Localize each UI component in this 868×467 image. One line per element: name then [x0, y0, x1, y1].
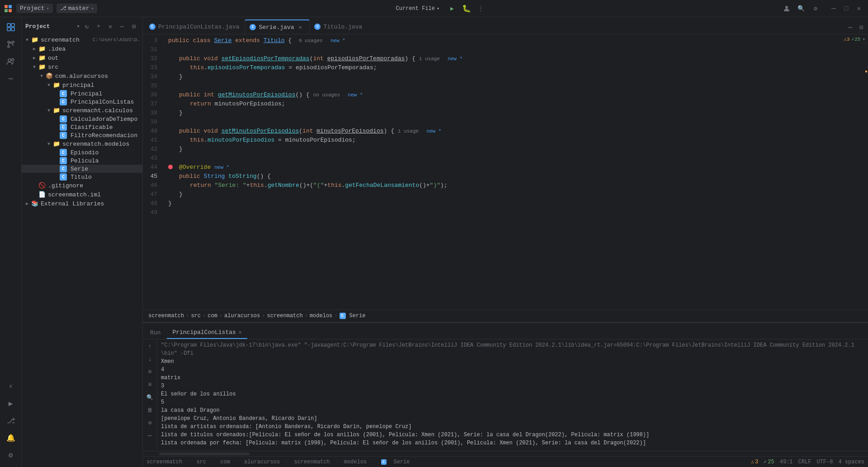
tree-item-FiltroRecomendacion[interactable]: ▶ C FiltroRecomendacion	[22, 131, 142, 139]
tree-item-Serie[interactable]: ▶ C Serie	[22, 165, 142, 173]
tree-item-Episodio[interactable]: ▶ C Episodio	[22, 148, 142, 157]
run-button[interactable]: ▶	[447, 3, 458, 14]
settings-button[interactable]: ⚙	[810, 3, 821, 14]
panel-scroll-up-btn[interactable]: ↑	[145, 341, 156, 352]
panel-hscrollbar[interactable]	[143, 451, 868, 456]
status-serie: Serie	[394, 459, 410, 465]
breadcrumb-screenmatch[interactable]: screenmatch	[148, 313, 184, 319]
panel-delete-btn[interactable]: 🗑	[145, 405, 156, 415]
maximize-button[interactable]: □	[841, 3, 852, 14]
profile-icon[interactable]	[781, 3, 792, 14]
status-position[interactable]: 49:1	[780, 459, 793, 465]
app-icon[interactable]	[4, 4, 13, 13]
sidebar-close-btn[interactable]: ✕	[105, 21, 115, 31]
tree-arrow: ▶	[31, 54, 38, 62]
tree-item-src[interactable]: ▼ 📁 src	[22, 62, 142, 71]
tree-item-idea[interactable]: ▶ 📁 .idea	[22, 44, 142, 53]
tree-item-iml[interactable]: ▶ 📄 screenmatch.iml	[22, 190, 142, 199]
panel-scrollbar[interactable]	[863, 339, 868, 451]
tab-action-expand[interactable]: ⊡	[856, 22, 866, 32]
activity-lightning-icon[interactable]: ⚡	[3, 378, 19, 395]
panel-sort-btn[interactable]: ≡	[145, 379, 156, 390]
svg-rect-1	[9, 5, 12, 8]
code-line-45: public String toString() {	[168, 172, 857, 181]
tree-item-principal[interactable]: ▼ 📁 principal	[22, 81, 142, 90]
tree-item-com-aluracursos[interactable]: ▼ 📦 com.aluracursos	[22, 71, 142, 81]
code-area[interactable]: public class Serie extends Titulo { 9 us…	[165, 34, 861, 310]
search-button[interactable]: 🔍	[796, 3, 807, 14]
sidebar-collapse-btn[interactable]: ⊟	[129, 21, 139, 31]
debug-button[interactable]: 🐛	[461, 3, 472, 14]
sidebar-more-btn[interactable]: ⋯	[117, 21, 127, 31]
status-check-badge[interactable]: ✓ 25	[764, 458, 774, 465]
sidebar-title-dropdown[interactable]: ▾	[76, 23, 80, 30]
breadcrumb-screenmatch2[interactable]: screenmatch	[267, 313, 302, 319]
close-button[interactable]: ✕	[854, 3, 864, 14]
activity-users-icon[interactable]	[3, 53, 19, 70]
code-line-3: public class Serie extends Titulo { 9 us…	[168, 36, 857, 45]
branch-group[interactable]: ⎇ master ▾	[57, 4, 98, 13]
tree-item-calculos[interactable]: ▼ 📁 screenmacht.calculos	[22, 106, 142, 115]
panel-settings-btn[interactable]: ⚙	[145, 417, 156, 428]
breadcrumb-modelos[interactable]: modelos	[310, 313, 332, 319]
project-name-group[interactable]: Project ▾	[16, 4, 53, 13]
breadcrumb-com[interactable]: com	[208, 313, 217, 319]
java-class-icon: C	[60, 115, 67, 123]
panel-search-btn[interactable]: 🔍	[145, 392, 156, 403]
status-line-ending[interactable]: CRLF	[798, 459, 811, 465]
tree-item-modelos[interactable]: ▼ 📁 screenmatch.modelos	[22, 139, 142, 148]
tree-item-Calculadora[interactable]: ▶ C CalculadoraDeTiempo	[22, 115, 142, 123]
current-file-button[interactable]: Current File ▾	[392, 4, 443, 13]
tree-item-Clasificable[interactable]: ▶ C Clasificable	[22, 123, 142, 131]
tab-close-Serie[interactable]: ✕	[297, 24, 304, 31]
code-line-47: }	[168, 190, 857, 199]
status-indent[interactable]: 4 spaces	[838, 459, 864, 465]
panel-tab-PrincipalConListas[interactable]: PrincipalConListas ✕	[167, 326, 247, 339]
tree-item-gitignore[interactable]: ▶ 🚫 .gitignore	[22, 181, 142, 190]
panel-tab-PrincipalConListas-label: PrincipalConListas	[172, 329, 236, 336]
activity-git-icon[interactable]	[3, 36, 19, 52]
tree-item-Pelicula[interactable]: ▶ C Pelicula	[22, 157, 142, 165]
tree-item-screenmatch[interactable]: ▼ 📁 screenmatch C:\Users\ASUS\Documa	[22, 35, 142, 44]
breadcrumb-bar: screenmatch › src › com › aluracursos › …	[143, 310, 868, 322]
panel-hscrollbar-thumb[interactable]	[159, 453, 250, 455]
panel-more-btn[interactable]: ⋯	[145, 430, 156, 441]
tab-PrincipalConListas[interactable]: C PrincipalConListas.java	[145, 19, 245, 34]
status-encoding[interactable]: UTF-8	[816, 459, 833, 465]
breadcrumb-src[interactable]: src	[191, 313, 201, 319]
more-run-options[interactable]: ⋮	[476, 3, 486, 14]
java-class-icon: C	[60, 132, 67, 139]
panel-tab-run[interactable]: Run	[145, 326, 166, 339]
tab-Titulo[interactable]: C Titulo.java	[310, 19, 368, 34]
sidebar-add-btn[interactable]: +	[94, 21, 104, 31]
sidebar-header: Project ▾ ↻ + ✕ ⋯ ⊟	[22, 17, 142, 35]
status-warning-badge[interactable]: ⚠ 3	[751, 458, 758, 465]
sidebar-refresh-btn[interactable]: ↻	[82, 21, 92, 31]
svg-point-13	[11, 59, 14, 61]
activity-more-icon[interactable]: ⋯	[3, 71, 19, 87]
activity-play-icon[interactable]: ▶	[3, 396, 19, 412]
panel-scroll-down-btn[interactable]: ↓	[145, 354, 156, 365]
tree-item-out[interactable]: ▶ 📁 out	[22, 53, 142, 62]
console-output[interactable]: "C:\Program Files\Java\jdk-17\bin\java.e…	[157, 339, 863, 451]
tab-Serie[interactable]: C Serie.java ✕	[245, 19, 310, 34]
tree-item-Principal[interactable]: ▶ C Principal	[22, 90, 142, 98]
activity-branch-icon[interactable]: ⎇	[3, 413, 19, 429]
activity-bell-icon[interactable]: 🔔	[3, 430, 19, 446]
tree-label-external-libraries: External Libraries	[41, 200, 142, 207]
tree-label-principal: principal	[62, 82, 142, 89]
tree-item-PrincipalConListas[interactable]: ▶ C PrincipalConListas	[22, 98, 142, 106]
panel-tab-close[interactable]: ✕	[239, 329, 242, 336]
breadcrumb-serie[interactable]: Serie	[349, 313, 366, 319]
tab-action-more[interactable]: ⋯	[845, 22, 855, 32]
check-icon: ✓	[764, 458, 767, 465]
status-screenmatch[interactable]: screenmatch	[146, 459, 182, 465]
activity-project-icon[interactable]	[3, 19, 19, 35]
expand-gutter[interactable]: ▾	[862, 36, 865, 42]
breadcrumb-aluracursos[interactable]: aluracursos	[224, 313, 260, 319]
tree-item-external-libraries[interactable]: ▶ 📚 External Libraries	[22, 199, 142, 208]
minimize-button[interactable]: —	[828, 3, 839, 14]
panel-filter-btn[interactable]: ≡	[145, 367, 156, 377]
activity-settings-icon[interactable]: ⚙	[3, 447, 19, 463]
tree-item-Titulo[interactable]: ▶ C Titulo	[22, 173, 142, 181]
